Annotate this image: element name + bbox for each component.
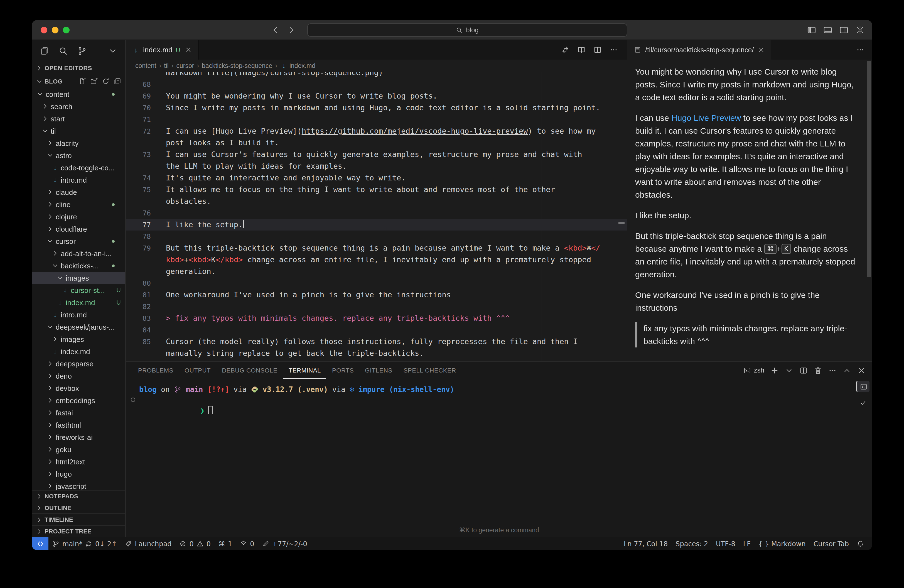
tree-folder-goku[interactable]: goku (32, 443, 125, 455)
editor-line[interactable]: 69You might be wondering why I use Curso… (126, 90, 627, 102)
sidebar-section-timeline[interactable]: TIMELINE (32, 514, 125, 525)
search-icon[interactable] (58, 46, 68, 55)
tree-folder-cline[interactable]: cline (32, 198, 125, 210)
editor-line[interactable]: 85Cursor (the model really) follows thos… (126, 336, 627, 348)
editor-line[interactable]: 80 (126, 277, 627, 289)
tree-folder-content[interactable]: content (32, 88, 125, 100)
breadcrumb-item-backticks-stop-sequence[interactable]: backticks-stop-sequence (202, 62, 272, 69)
editor-line[interactable]: the LLM to play with ideas for examples. (126, 160, 627, 172)
editor-line[interactable]: 76 (126, 207, 627, 219)
panel-bottom-icon[interactable] (823, 25, 832, 35)
tab-index-md[interactable]: ↓ index.md U (126, 40, 198, 60)
editor-line[interactable]: post looks as I build it. (126, 137, 627, 149)
open-editors-header[interactable]: OPEN EDITORS (32, 61, 125, 74)
plus-icon[interactable] (770, 366, 779, 375)
trash-icon[interactable] (814, 366, 822, 375)
preview-tab[interactable]: /til/cursor/backticks-stop-sequence/ (627, 40, 772, 60)
preview-more-actions[interactable] (856, 40, 872, 60)
editor-line[interactable]: 84 (126, 324, 627, 336)
new-folder-icon[interactable] (90, 77, 98, 85)
panel-tab-gitlens[interactable]: GITLENS (359, 362, 398, 379)
chevron-down-icon[interactable] (785, 366, 793, 375)
tree-file-intro-md[interactable]: ↓intro.md (32, 308, 125, 321)
more-actions-icon[interactable] (828, 366, 837, 375)
tree-folder-alacrity[interactable]: alacrity (32, 137, 125, 149)
cursor-tab-toggle[interactable]: Cursor Tab (810, 537, 853, 550)
panel-tab-debug-console[interactable]: DEBUG CONSOLE (216, 362, 283, 379)
breadcrumb-item-cursor[interactable]: cursor (176, 62, 194, 69)
tree-folder-claude[interactable]: claude (32, 186, 125, 198)
preview-scrollbar[interactable] (867, 61, 871, 277)
editor-line[interactable]: 83> fix any typos with minimals changes.… (126, 312, 627, 324)
indentation[interactable]: Spaces: 2 (672, 537, 712, 550)
cursor-position[interactable]: Ln 77, Col 18 (620, 537, 672, 550)
tree-folder-html2text[interactable]: html2text (32, 455, 125, 468)
panel-left-icon[interactable] (807, 25, 816, 35)
forward-icon[interactable] (287, 25, 296, 35)
panel-tab-problems[interactable]: PROBLEMS (133, 362, 179, 379)
encoding[interactable]: UTF-8 (712, 537, 739, 550)
collapse-all-icon[interactable] (114, 77, 121, 85)
eol[interactable]: LF (739, 537, 755, 550)
panel-tab-terminal[interactable]: TERMINAL (283, 362, 327, 379)
tree-folder-start[interactable]: start (32, 112, 125, 125)
tree-file-cursor-st[interactable]: ↓cursor-st...U (32, 284, 125, 296)
files-icon[interactable] (40, 46, 49, 55)
panel-tab-ports[interactable]: PORTS (327, 362, 359, 379)
tree-file-intro-md[interactable]: ↓intro.md (32, 174, 125, 186)
tree-folder-cursor[interactable]: cursor (32, 235, 125, 247)
preview-link[interactable]: Hugo Live Preview (671, 113, 741, 122)
language-mode[interactable]: { } Markdown (755, 537, 810, 550)
broadcast-count[interactable]: 0 (236, 537, 258, 550)
tree-folder-fasthtml[interactable]: fasthtml (32, 419, 125, 431)
tree-folder-astro[interactable]: astro (32, 149, 125, 161)
zoom-window-button[interactable] (63, 27, 70, 33)
split-editor-icon[interactable] (799, 366, 808, 375)
tree-folder-til[interactable]: til (32, 125, 125, 137)
editor-line[interactable]: obstacles. (126, 196, 627, 207)
working-changes[interactable]: +77/~2/-0 (258, 537, 311, 550)
editor-line[interactable]: 79But this triple-backtick stop sequence… (126, 242, 627, 254)
explorer-section-header[interactable]: BLOG (32, 74, 125, 88)
minimize-window-button[interactable] (52, 27, 58, 33)
tree-folder-deepsparse[interactable]: deepsparse (32, 357, 125, 370)
editor-line[interactable]: 74It's quite an interactive and enjoyabl… (126, 172, 627, 184)
editor-line[interactable]: 75It allows me to focus on the thing I w… (126, 184, 627, 196)
more-actions-icon[interactable] (610, 46, 618, 54)
sidebar-section-outline[interactable]: OUTLINE (32, 502, 125, 514)
editor-line[interactable]: 81One workaround I've used in a pinch is… (126, 289, 627, 301)
shell-profile-button[interactable]: zsh (744, 367, 764, 374)
tree-folder-clojure[interactable]: clojure (32, 210, 125, 223)
terminal-check-item[interactable] (856, 397, 869, 408)
close-preview-icon[interactable] (758, 46, 765, 54)
panel-tab-spell-checker[interactable]: SPELL CHECKER (398, 362, 462, 379)
split-editor-icon[interactable] (593, 46, 602, 54)
tree-folder-devbox[interactable]: devbox (32, 382, 125, 394)
editor-line[interactable]: 78 (126, 231, 627, 242)
tree-file-index-md[interactable]: ↓index.mdU (32, 296, 125, 308)
command-count[interactable]: ⌘1 (215, 537, 236, 550)
panel-right-icon[interactable] (839, 25, 848, 35)
tree-folder-hugo[interactable]: hugo (32, 468, 125, 480)
breadcrumb-item-content[interactable]: content (135, 62, 156, 69)
tree-folder-deno[interactable]: deno (32, 370, 125, 382)
editor-line[interactable]: 68 (126, 79, 627, 90)
editor-line[interactable]: 77I like the setup. (126, 219, 627, 231)
tree-folder-embeddings[interactable]: embeddings (32, 394, 125, 406)
close-icon[interactable] (857, 366, 866, 375)
terminal[interactable]: blog on main [!?⇡] via v3.12.7 (.venv) v… (126, 379, 872, 537)
editor-code[interactable]: markdown title](images/cursor-stop-seque… (126, 72, 627, 361)
close-window-button[interactable] (41, 27, 47, 33)
remote-indicator[interactable] (32, 537, 49, 550)
editor-line[interactable]: 70Since I write my posts in markdown and… (126, 102, 627, 114)
tree-folder-add-alt-to-an-i[interactable]: add-alt-to-an-i... (32, 247, 125, 259)
breadcrumb-item-til[interactable]: til (164, 62, 169, 69)
editor-line[interactable]: 82 (126, 301, 627, 312)
tree-folder-fireworks-ai[interactable]: fireworks-ai (32, 431, 125, 443)
new-file-icon[interactable] (79, 77, 86, 85)
tree-folder-javascript[interactable]: javascript (32, 480, 125, 490)
chevron-down-icon[interactable] (108, 46, 117, 55)
tree-file-index-md[interactable]: ↓index.md (32, 345, 125, 357)
git-branch-status[interactable]: main*0↓ 2↑ (49, 537, 121, 550)
panel-tab-output[interactable]: OUTPUT (179, 362, 216, 379)
